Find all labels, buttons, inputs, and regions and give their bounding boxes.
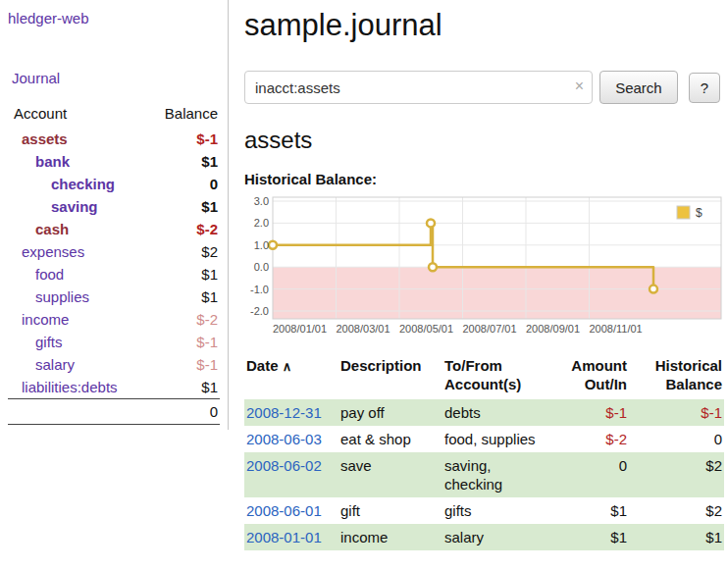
transaction-balance: $2 [629,497,724,524]
account-link-assets[interactable]: assets [22,130,68,147]
account-row-gifts: gifts $-1 [8,331,220,353]
register-row: 2008-06-03 eat & shop food, supplies $-2… [244,426,724,452]
account-link-expenses[interactable]: expenses [22,243,84,260]
account-link-bank[interactable]: bank [35,153,70,170]
account-balance-salary: $-1 [144,353,220,376]
transaction-date-link[interactable]: 2008-12-31 [246,404,322,421]
svg-text:2.0: 2.0 [254,217,269,229]
svg-text:2008/11/01: 2008/11/01 [590,323,643,335]
transaction-accounts: debts [442,399,550,426]
search-button[interactable]: Search [599,71,678,104]
transaction-amount: 0 [550,452,629,497]
svg-text:-2.0: -2.0 [250,305,269,317]
legend-swatch-icon [677,206,690,219]
transaction-description: save [338,452,442,497]
register-row: 2008-06-01 gift gifts $1 $2 [244,497,724,524]
svg-text:0.0: 0.0 [254,261,269,273]
account-link-cash[interactable]: cash [35,221,69,237]
transaction-amount: $-2 [550,426,629,452]
account-balance-bank: $1 [144,150,220,173]
chart-title: Historical Balance: [244,171,720,187]
register-header-balance: Historical Balance [629,354,724,399]
transaction-accounts: food, supplies [442,426,550,452]
register-table: Date ∧ Description To/From Account(s) Am… [244,354,724,550]
page-title: sample.journal [244,8,720,43]
transaction-description: eat & shop [338,426,442,452]
transaction-date-link[interactable]: 2008-06-03 [246,431,322,447]
account-balance-assets: $-1 [144,128,220,150]
transaction-date-link[interactable]: 2008-06-02 [246,457,322,474]
transaction-date-link[interactable]: 2008-06-01 [246,502,322,519]
transaction-balance: $1 [629,524,724,550]
account-heading: assets [244,127,720,154]
account-balance-supplies: $1 [144,286,220,308]
account-balance-food: $1 [144,263,220,286]
svg-text:2008/07/01: 2008/07/01 [463,323,517,335]
transaction-amount: $1 [550,524,629,550]
account-link-food[interactable]: food [35,266,64,283]
app-brand-link[interactable]: hledger-web [8,10,220,26]
sort-ascending-icon: ∧ [283,359,292,374]
svg-text:2008/03/01: 2008/03/01 [337,323,390,335]
chart-legend: $ [673,202,718,223]
account-link-liabilities-debts[interactable]: liabilities:debts [22,379,118,395]
svg-text:2008/09/01: 2008/09/01 [526,323,580,335]
chart-y-axis-labels: 3.0 2.0 1.0 0.0 -1.0 -2.0 [250,195,269,317]
accounts-header-balance: Balance [144,101,220,128]
svg-text:2008/01/01: 2008/01/01 [273,323,327,335]
historical-balance-chart: $ 3.0 2.0 1.0 0.0 -1.0 -2.0 2008/01/01 2… [244,191,725,340]
svg-text:-1.0: -1.0 [250,284,269,295]
account-row-supplies: supplies $1 [8,286,220,308]
transaction-description: gift [338,497,442,524]
account-link-checking[interactable]: checking [51,176,115,192]
account-link-income[interactable]: income [22,311,69,328]
transaction-accounts: saving, checking [442,452,550,497]
accounts-total-row: 0 [8,399,220,425]
search-bar: × Search ? [244,71,720,104]
account-link-supplies[interactable]: supplies [35,288,89,305]
transaction-balance: 0 [629,426,724,452]
account-row-saving: saving $1 [8,195,220,218]
svg-text:1.0: 1.0 [254,239,269,251]
account-row-liabilities: liabilities:debts $1 [8,376,220,399]
account-row-income: income $-2 [8,308,220,331]
transaction-description: income [338,524,442,550]
account-link-salary[interactable]: salary [35,356,75,373]
register-header-amount: Amount Out/In [550,354,629,399]
transaction-accounts: gifts [442,497,550,524]
sidebar: hledger-web Journal Account Balance asse… [0,0,229,430]
svg-text:3.0: 3.0 [254,195,269,207]
accounts-table-header-row: Account Balance [8,101,220,128]
main-content: sample.journal × Search ? assets Histori… [229,0,728,550]
sidebar-item-journal[interactable]: Journal [12,70,220,86]
account-link-gifts[interactable]: gifts [35,334,63,350]
transaction-date-link[interactable]: 2008-01-01 [246,529,322,545]
svg-text:2008/05/01: 2008/05/01 [399,323,453,335]
transaction-amount: $1 [550,497,629,524]
register-header-date[interactable]: Date ∧ [244,354,338,399]
register-row: 2008-12-31 pay off debts $-1 $-1 [244,399,724,426]
register-row: 2008-06-02 save saving, checking 0 $2 [244,452,724,497]
account-balance-expenses: $2 [144,240,220,263]
register-row: 2008-01-01 income salary $1 $1 [244,524,724,550]
accounts-total-balance: 0 [144,399,220,425]
account-balance-income: $-2 [144,308,220,331]
transaction-description: pay off [338,399,442,426]
account-link-saving[interactable]: saving [51,198,98,215]
transaction-amount: $-1 [550,399,629,426]
account-balance-saving: $1 [144,195,220,218]
clear-search-icon[interactable]: × [575,78,584,94]
account-row-expenses: expenses $2 [8,240,220,263]
legend-label: $ [696,206,702,220]
accounts-table: Account Balance assets $-1 bank $1 check… [8,101,220,425]
account-row-cash: cash $-2 [8,218,220,240]
transaction-balance: $-1 [629,399,724,426]
account-row-bank: bank $1 [8,150,220,173]
register-header-description: Description [338,354,442,399]
account-row-salary: salary $-1 [8,353,220,376]
account-balance-cash: $-2 [144,218,220,240]
help-button[interactable]: ? [689,73,720,103]
account-row-food: food $1 [8,263,220,286]
search-input[interactable] [244,71,593,104]
account-balance-liabilities: $1 [144,376,220,399]
